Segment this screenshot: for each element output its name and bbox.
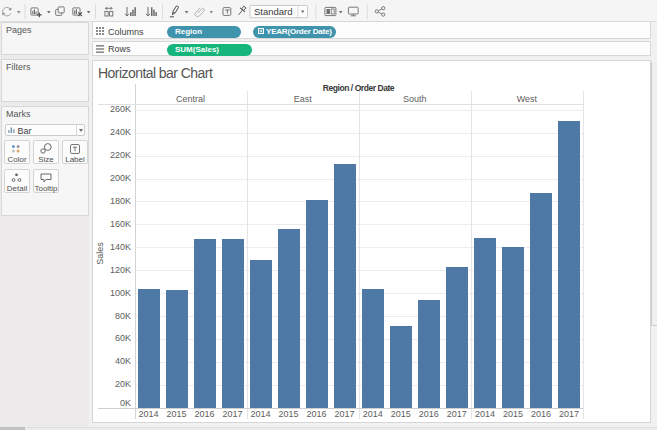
svg-text:Standard: Standard [254, 6, 293, 17]
